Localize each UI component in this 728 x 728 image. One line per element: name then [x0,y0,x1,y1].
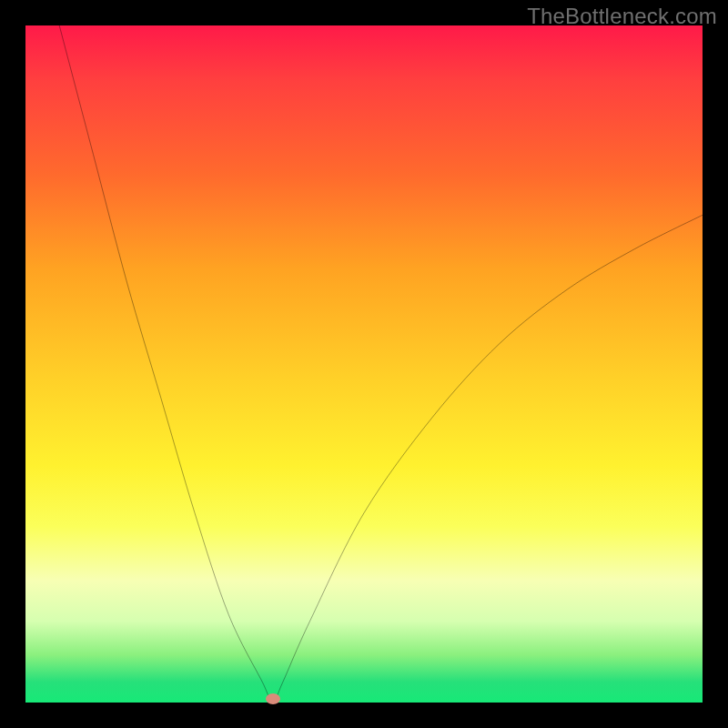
outer-frame: TheBottleneck.com [0,0,728,728]
plot-area [25,25,703,703]
bottleneck-curve [25,25,703,703]
watermark-text: TheBottleneck.com [527,4,717,29]
optimal-marker [266,693,280,704]
